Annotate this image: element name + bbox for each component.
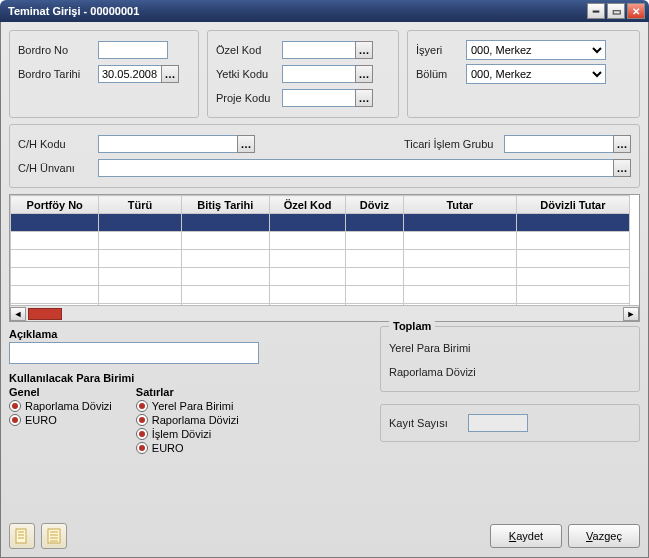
isyeri-select[interactable]: 000, Merkez: [466, 40, 606, 60]
proje-kodu-lookup[interactable]: …: [355, 89, 373, 107]
radio-satir-raporlama[interactable]: Raporlama Dövizi: [136, 414, 239, 426]
bordro-tarihi-label: Bordro Tarihi: [18, 68, 98, 80]
radio-satir-euro[interactable]: EURO: [136, 442, 239, 454]
radio-genel-raporlama[interactable]: Raporlama Dövizi: [9, 400, 112, 412]
vazgec-button[interactable]: Vazgeç: [568, 524, 640, 548]
kpb-label: Kullanılacak Para Birimi: [9, 372, 370, 384]
table-row[interactable]: [11, 286, 630, 304]
table-row[interactable]: [11, 214, 630, 232]
yetki-kodu-label: Yetki Kodu: [216, 68, 282, 80]
note-icon-button[interactable]: [9, 523, 35, 549]
col-ozel-kod[interactable]: Özel Kod: [270, 196, 346, 214]
ch-kodu-input[interactable]: [98, 135, 238, 153]
panel-ch: C/H Kodu … Ticari İşlem Grubu … C/H Ünva…: [9, 124, 640, 188]
isyeri-label: İşyeri: [416, 44, 466, 56]
panel-bordro: Bordro No Bordro Tarihi …: [9, 30, 199, 118]
bordro-tarihi-input[interactable]: [98, 65, 162, 83]
kayit-group: Kayıt Sayısı: [380, 404, 640, 442]
bordro-no-input[interactable]: [98, 41, 168, 59]
ticari-islem-lookup[interactable]: …: [613, 135, 631, 153]
bolum-label: Bölüm: [416, 68, 466, 80]
bordro-no-label: Bordro No: [18, 44, 98, 56]
ch-unvani-lookup[interactable]: …: [613, 159, 631, 177]
proje-kodu-input[interactable]: [282, 89, 356, 107]
scroll-right-arrow[interactable]: ►: [623, 307, 639, 321]
window-title: Teminat Girişi - 00000001: [8, 5, 585, 17]
yerel-label: Yerel Para Birimi: [389, 342, 471, 354]
footer: Kaydet Vazgeç: [9, 523, 640, 549]
titlebar: Teminat Girişi - 00000001 ━ ▭ ✕: [0, 0, 649, 22]
horizontal-scrollbar[interactable]: ◄ ►: [10, 305, 639, 321]
toplam-legend: Toplam: [389, 320, 435, 332]
grid[interactable]: Portföy No Türü Bitiş Tarihi Özel Kod Dö…: [9, 194, 640, 322]
scroll-thumb[interactable]: [28, 308, 62, 320]
date-picker-button[interactable]: …: [161, 65, 179, 83]
kaydet-button[interactable]: Kaydet: [490, 524, 562, 548]
ch-kodu-label: C/H Kodu: [18, 138, 98, 150]
aciklama-label: Açıklama: [9, 328, 370, 340]
ozel-kod-lookup[interactable]: …: [355, 41, 373, 59]
kayit-label: Kayıt Sayısı: [389, 417, 448, 429]
radio-satir-yerel[interactable]: Yerel Para Birimi: [136, 400, 239, 412]
yetki-kodu-input[interactable]: [282, 65, 356, 83]
col-doviz[interactable]: Döviz: [346, 196, 404, 214]
scroll-left-arrow[interactable]: ◄: [10, 307, 26, 321]
col-bitis-tarihi[interactable]: Bitiş Tarihi: [181, 196, 269, 214]
bolum-select[interactable]: 000, Merkez: [466, 64, 606, 84]
radio-genel-euro[interactable]: EURO: [9, 414, 112, 426]
table-row[interactable]: [11, 232, 630, 250]
ozel-kod-input[interactable]: [282, 41, 356, 59]
col-dovizli-tutar[interactable]: Dövizli Tutar: [516, 196, 629, 214]
aciklama-input[interactable]: [9, 342, 259, 364]
ch-kodu-lookup[interactable]: …: [237, 135, 255, 153]
ch-unvani-input[interactable]: [98, 159, 614, 177]
table-row[interactable]: [11, 268, 630, 286]
radio-satir-islem[interactable]: İşlem Dövizi: [136, 428, 239, 440]
toplam-group: Toplam Yerel Para Birimi Raporlama Döviz…: [380, 326, 640, 392]
ticari-islem-input[interactable]: [504, 135, 614, 153]
kayit-sayisi-value: [468, 414, 528, 432]
genel-label: Genel: [9, 386, 112, 398]
minimize-button[interactable]: ━: [587, 3, 605, 19]
ticari-islem-label: Ticari İşlem Grubu: [404, 138, 504, 150]
proje-kodu-label: Proje Kodu: [216, 92, 282, 104]
panel-codes: Özel Kod … Yetki Kodu … Proje Kodu …: [207, 30, 399, 118]
raporlama-label: Raporlama Dövizi: [389, 366, 476, 378]
col-tutar[interactable]: Tutar: [403, 196, 516, 214]
col-turu[interactable]: Türü: [99, 196, 181, 214]
list-icon-button[interactable]: [41, 523, 67, 549]
ch-unvani-label: C/H Ünvanı: [18, 162, 98, 174]
ozel-kod-label: Özel Kod: [216, 44, 282, 56]
svg-rect-0: [16, 529, 26, 543]
satirlar-label: Satırlar: [136, 386, 239, 398]
col-portfoy-no[interactable]: Portföy No: [11, 196, 99, 214]
content-area: Bordro No Bordro Tarihi … Özel Kod … Yet…: [0, 22, 649, 558]
maximize-button[interactable]: ▭: [607, 3, 625, 19]
panel-org: İşyeri 000, Merkez Bölüm 000, Merkez: [407, 30, 640, 118]
close-button[interactable]: ✕: [627, 3, 645, 19]
yetki-kodu-lookup[interactable]: …: [355, 65, 373, 83]
table-row[interactable]: [11, 250, 630, 268]
